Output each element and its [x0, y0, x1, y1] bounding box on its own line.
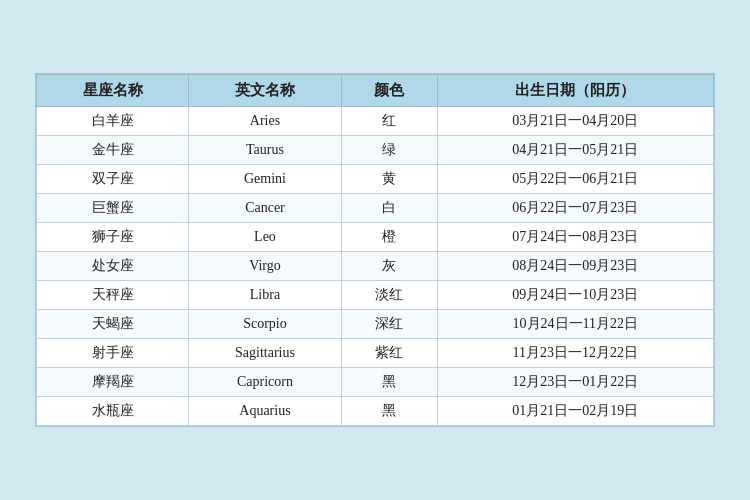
- table-body: 白羊座Aries红03月21日一04月20日金牛座Taurus绿04月21日一0…: [37, 107, 714, 426]
- table-row: 天秤座Libra淡红09月24日一10月23日: [37, 281, 714, 310]
- cell-english-name: Capricorn: [189, 368, 341, 397]
- cell-color: 白: [341, 194, 437, 223]
- cell-color: 淡红: [341, 281, 437, 310]
- cell-english-name: Aquarius: [189, 397, 341, 426]
- table-header-row: 星座名称 英文名称 颜色 出生日期（阳历）: [37, 75, 714, 107]
- table-row: 巨蟹座Cancer白06月22日一07月23日: [37, 194, 714, 223]
- cell-color: 绿: [341, 136, 437, 165]
- table-row: 处女座Virgo灰08月24日一09月23日: [37, 252, 714, 281]
- cell-english-name: Taurus: [189, 136, 341, 165]
- table-row: 天蝎座Scorpio深红10月24日一11月22日: [37, 310, 714, 339]
- cell-english-name: Aries: [189, 107, 341, 136]
- cell-english-name: Cancer: [189, 194, 341, 223]
- table-row: 狮子座Leo橙07月24日一08月23日: [37, 223, 714, 252]
- cell-chinese-name: 天秤座: [37, 281, 189, 310]
- cell-dates: 11月23日一12月22日: [437, 339, 713, 368]
- cell-english-name: Sagittarius: [189, 339, 341, 368]
- cell-chinese-name: 天蝎座: [37, 310, 189, 339]
- cell-dates: 05月22日一06月21日: [437, 165, 713, 194]
- cell-dates: 08月24日一09月23日: [437, 252, 713, 281]
- cell-dates: 10月24日一11月22日: [437, 310, 713, 339]
- cell-chinese-name: 摩羯座: [37, 368, 189, 397]
- cell-chinese-name: 金牛座: [37, 136, 189, 165]
- zodiac-table: 星座名称 英文名称 颜色 出生日期（阳历） 白羊座Aries红03月21日一04…: [36, 74, 714, 426]
- cell-color: 黄: [341, 165, 437, 194]
- cell-color: 红: [341, 107, 437, 136]
- header-chinese-name: 星座名称: [37, 75, 189, 107]
- cell-dates: 03月21日一04月20日: [437, 107, 713, 136]
- cell-chinese-name: 狮子座: [37, 223, 189, 252]
- cell-chinese-name: 射手座: [37, 339, 189, 368]
- cell-chinese-name: 巨蟹座: [37, 194, 189, 223]
- cell-english-name: Leo: [189, 223, 341, 252]
- zodiac-table-container: 星座名称 英文名称 颜色 出生日期（阳历） 白羊座Aries红03月21日一04…: [35, 73, 715, 427]
- cell-english-name: Scorpio: [189, 310, 341, 339]
- cell-dates: 09月24日一10月23日: [437, 281, 713, 310]
- cell-dates: 07月24日一08月23日: [437, 223, 713, 252]
- table-row: 白羊座Aries红03月21日一04月20日: [37, 107, 714, 136]
- cell-english-name: Libra: [189, 281, 341, 310]
- table-row: 双子座Gemini黄05月22日一06月21日: [37, 165, 714, 194]
- cell-color: 黑: [341, 397, 437, 426]
- cell-chinese-name: 白羊座: [37, 107, 189, 136]
- cell-english-name: Virgo: [189, 252, 341, 281]
- table-row: 金牛座Taurus绿04月21日一05月21日: [37, 136, 714, 165]
- cell-chinese-name: 双子座: [37, 165, 189, 194]
- cell-chinese-name: 处女座: [37, 252, 189, 281]
- cell-color: 黑: [341, 368, 437, 397]
- cell-dates: 12月23日一01月22日: [437, 368, 713, 397]
- cell-color: 紫红: [341, 339, 437, 368]
- table-row: 水瓶座Aquarius黑01月21日一02月19日: [37, 397, 714, 426]
- cell-dates: 01月21日一02月19日: [437, 397, 713, 426]
- cell-color: 灰: [341, 252, 437, 281]
- header-english-name: 英文名称: [189, 75, 341, 107]
- cell-color: 深红: [341, 310, 437, 339]
- cell-dates: 04月21日一05月21日: [437, 136, 713, 165]
- table-row: 摩羯座Capricorn黑12月23日一01月22日: [37, 368, 714, 397]
- cell-color: 橙: [341, 223, 437, 252]
- header-birth-date: 出生日期（阳历）: [437, 75, 713, 107]
- cell-english-name: Gemini: [189, 165, 341, 194]
- header-color: 颜色: [341, 75, 437, 107]
- table-row: 射手座Sagittarius紫红11月23日一12月22日: [37, 339, 714, 368]
- cell-chinese-name: 水瓶座: [37, 397, 189, 426]
- cell-dates: 06月22日一07月23日: [437, 194, 713, 223]
